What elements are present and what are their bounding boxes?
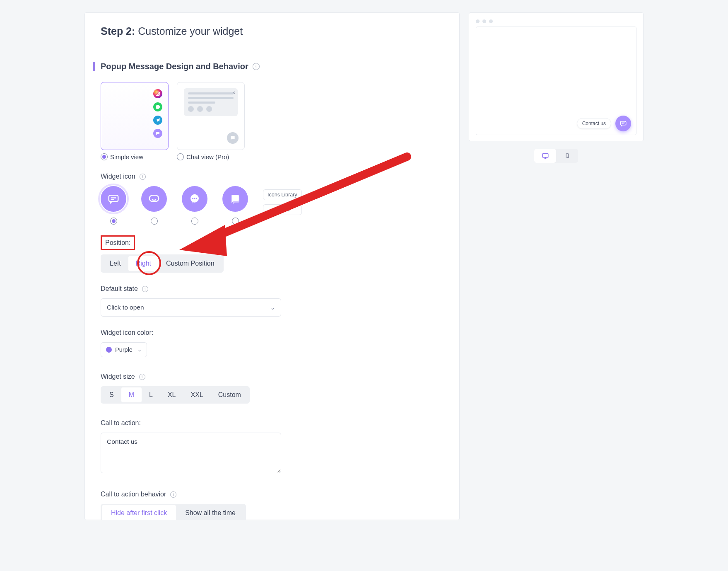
widget-size-label: Widget size i [101,373,444,380]
widget-size-segmented: SMLXLXXLCustom [101,386,250,404]
device-desktop-button[interactable] [534,149,556,163]
chat-view-radio[interactable]: Chat view (Pro) [177,153,245,160]
widget-color-select[interactable]: Purple ⌄ [101,342,147,357]
preview-card: Contact us [469,12,644,141]
close-icon: × [232,90,235,96]
preview-frame: Contact us [476,27,636,135]
cta-behavior-show-button[interactable]: Show all the time [176,505,245,520]
mobile-icon [564,152,570,160]
settings-card: Step 2: Customize your widget Popup Mess… [84,12,460,520]
color-swatch [106,347,112,353]
svg-point-1 [157,93,159,94]
icons-library-button[interactable]: Icons Library [263,189,302,200]
info-icon[interactable]: i [142,286,148,292]
preview-cta-pill: Contact us [577,118,611,129]
position-label: Position: [101,235,135,250]
telegram-icon [153,116,162,125]
cta-behavior-label: Call to action behavior i [101,491,444,498]
whatsapp-icon [153,102,162,111]
svg-point-2 [159,92,159,93]
section-title: Popup Message Design and Behavior i [93,62,444,71]
chat-bubble-icon [153,129,162,138]
info-icon[interactable]: i [140,174,146,180]
chat-view-card[interactable]: × [177,82,245,150]
size-option-m[interactable]: M [121,387,142,402]
svg-marker-9 [179,225,227,256]
widget-icon-option-1[interactable] [101,186,126,225]
size-option-xxl[interactable]: XXL [183,387,210,402]
svg-point-7 [194,198,195,199]
position-left-button[interactable]: Left [102,256,128,271]
info-icon[interactable]: i [170,491,176,498]
size-option-custom[interactable]: Custom [211,387,248,402]
instagram-icon [153,89,162,98]
widget-icon-option-3[interactable] [182,186,207,225]
info-icon[interactable]: i [139,374,145,380]
size-option-l[interactable]: L [142,387,160,402]
preview-widget-button [615,116,631,131]
cta-behavior-hide-button[interactable]: Hide after first click [102,505,176,520]
position-right-button[interactable]: Right [128,256,159,271]
page-title: Step 2: Customize your widget [85,25,459,49]
window-dots [476,19,636,23]
device-toggle [534,149,578,163]
svg-point-8 [196,198,197,199]
widget-color-label: Widget icon color: [101,329,444,336]
default-state-select[interactable]: Click to open ⌄ [101,298,281,317]
upload-button[interactable]: Upload [263,204,302,215]
cta-textarea[interactable] [101,433,281,473]
svg-point-13 [567,157,567,157]
device-mobile-button[interactable] [556,149,578,163]
widget-icon-label: Widget icon i [101,173,444,180]
size-option-s[interactable]: S [102,387,121,402]
widget-icon-option-4[interactable] [222,186,248,225]
position-segmented: Left Right Custom Position [101,254,224,273]
cta-label: Call to action: [101,419,444,427]
simple-view-card[interactable] [101,82,169,150]
chevron-down-icon: ⌄ [137,347,142,353]
default-state-label: Default state i [101,285,444,293]
svg-rect-11 [542,154,548,157]
chevron-down-icon: ⌄ [270,305,275,311]
simple-view-radio[interactable]: Simple view [101,153,169,160]
cta-behavior-segmented: Hide after first click Show all the time [101,504,246,520]
chat-mini-button-icon [227,132,239,144]
size-option-xl[interactable]: XL [160,387,183,402]
svg-point-6 [192,198,193,199]
info-icon[interactable]: i [253,63,260,70]
widget-icon-option-2[interactable] [141,186,167,225]
position-custom-button[interactable]: Custom Position [159,256,222,271]
desktop-icon [542,152,549,160]
